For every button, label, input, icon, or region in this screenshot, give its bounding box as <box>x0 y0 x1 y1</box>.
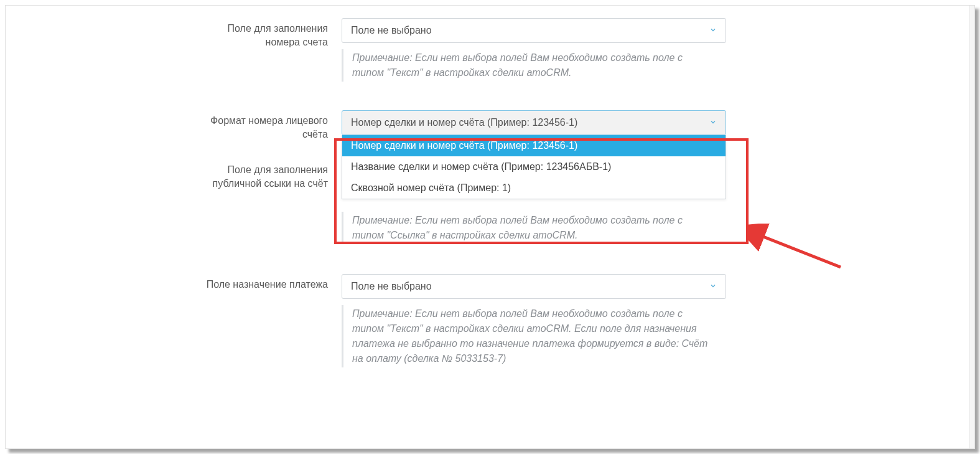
note-public-link: Примечание: Если нет выбора полей Вам не… <box>342 212 721 244</box>
chevron-down-icon <box>709 281 717 292</box>
label-payment-purpose-field: Поле назначение платежа <box>192 274 342 291</box>
form-region: Поле для заполнения номера счета Поле не… <box>192 18 752 384</box>
chevron-down-icon <box>709 25 717 36</box>
note-payment-purpose: Примечание: Если нет выбора полей Вам не… <box>342 305 721 367</box>
annotation-arrow-icon <box>747 224 847 273</box>
row-account-format: Формат номера лицевого счёта Номер сделк… <box>192 110 752 141</box>
dropdown-account-format: Номер сделки и номер счёта (Пример: 1234… <box>342 135 726 199</box>
select-value: Номер сделки и номер счёта (Пример: 1234… <box>351 117 577 128</box>
settings-form-frame: Поле для заполнения номера счета Поле не… <box>5 5 975 449</box>
select-account-number-field[interactable]: Поле не выбрано <box>342 18 726 43</box>
row-account-number-field: Поле для заполнения номера счета Поле не… <box>192 18 752 98</box>
dropdown-option-through-number[interactable]: Сквозной номер счёта (Пример: 1) <box>342 177 726 199</box>
label-account-format: Формат номера лицевого счёта <box>192 110 342 141</box>
row-payment-purpose-field: Поле назначение платежа Поле не выбрано … <box>192 274 752 384</box>
note-account-number: Примечание: Если нет выбора полей Вам не… <box>342 49 721 82</box>
dropdown-option-dealname-and-account[interactable]: Название сделки и номер счёта (Пример: 1… <box>342 156 726 177</box>
scrollbar-track[interactable] <box>969 6 974 448</box>
label-public-link-field: Поле для заполнения публичной ссыки на с… <box>192 159 342 190</box>
svg-line-0 <box>758 235 841 267</box>
select-payment-purpose-field[interactable]: Поле не выбрано <box>342 274 726 299</box>
label-account-number-field: Поле для заполнения номера счета <box>192 18 342 49</box>
chevron-down-icon <box>709 117 717 128</box>
dropdown-option-deal-and-account[interactable]: Номер сделки и номер счёта (Пример: 1234… <box>342 135 726 156</box>
select-value: Поле не выбрано <box>351 281 432 292</box>
select-account-format[interactable]: Номер сделки и номер счёта (Пример: 1234… <box>342 110 726 135</box>
select-value: Поле не выбрано <box>351 25 432 36</box>
